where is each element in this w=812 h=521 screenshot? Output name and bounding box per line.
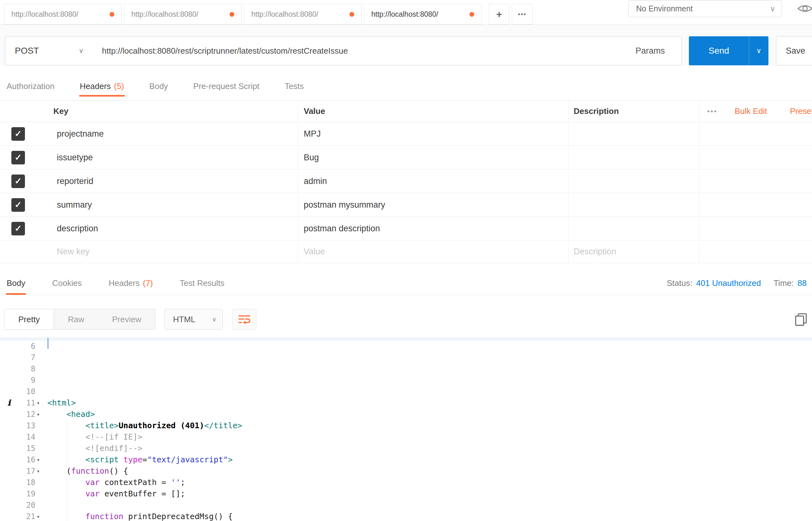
- line-number: 21: [0, 511, 35, 521]
- check-icon: ✓: [15, 201, 22, 209]
- response-tab-body[interactable]: Body: [7, 271, 25, 295]
- row-checkbox[interactable]: ✓: [12, 151, 25, 164]
- code-line[interactable]: 9: [0, 375, 812, 386]
- code-line[interactable]: 12▾ <head>: [0, 409, 812, 420]
- row-value-cell[interactable]: MPJ: [304, 122, 321, 145]
- code-text: <html>: [47, 397, 76, 409]
- view-mode-preview[interactable]: Preview: [98, 309, 155, 330]
- row-key-cell[interactable]: description: [57, 217, 98, 240]
- code-line[interactable]: 6: [0, 340, 812, 352]
- row-checkbox[interactable]: ✓: [12, 175, 25, 188]
- more-options-icon[interactable]: •••: [707, 101, 717, 122]
- tab-label: Headers: [109, 278, 139, 288]
- browser-tab-label: http://localhost:8080/: [251, 10, 318, 19]
- indent-guide: [67, 420, 67, 521]
- code-lines: 567891011ℹ▾<html>12▾ <head>13 <title>Una…: [0, 338, 812, 521]
- line-number: 15: [0, 443, 35, 454]
- request-tab-authorization[interactable]: Authorization: [7, 76, 54, 96]
- response-body-editor[interactable]: 567891011ℹ▾<html>12▾ <head>13 <title>Una…: [0, 338, 812, 521]
- row-checkbox[interactable]: ✓: [12, 198, 25, 212]
- request-tab-tests[interactable]: Tests: [285, 76, 304, 96]
- language-select[interactable]: HTML ∨: [164, 309, 223, 330]
- line-number: 20: [0, 500, 35, 511]
- code-line[interactable]: 5: [0, 338, 812, 340]
- row-value-cell[interactable]: postman mysummary: [304, 193, 385, 217]
- info-icon: ℹ: [7, 397, 11, 409]
- tab-label: Headers: [80, 82, 111, 91]
- environment-selector[interactable]: No Environment ∨: [628, 0, 782, 17]
- code-line[interactable]: 7: [0, 352, 812, 363]
- response-tab-test-results[interactable]: Test Results: [180, 271, 224, 295]
- browser-tab[interactable]: http://localhost:8080/: [244, 4, 361, 25]
- row-checkbox[interactable]: ✓: [12, 127, 25, 141]
- code-line[interactable]: 21▾ function printDeprecatedMsg() {: [0, 511, 812, 521]
- view-mode-raw[interactable]: Raw: [54, 309, 98, 330]
- row-key-cell[interactable]: reporterid: [57, 169, 93, 193]
- params-button[interactable]: Params: [619, 36, 682, 65]
- chevron-down-icon[interactable]: ∨: [749, 36, 768, 65]
- request-tab-body[interactable]: Body: [149, 76, 168, 96]
- row-key-cell[interactable]: summary: [57, 193, 92, 217]
- tab-count: (7): [143, 278, 153, 288]
- fold-arrow-icon[interactable]: ▾: [37, 409, 40, 420]
- code-line[interactable]: 18 var contextPath = '';: [0, 477, 812, 488]
- environment-quicklook-button[interactable]: [797, 1, 812, 17]
- column-divider: [298, 100, 298, 263]
- fold-arrow-icon[interactable]: ▾: [37, 454, 40, 466]
- table-row: ✓summarypostman mysummary: [0, 193, 812, 217]
- new-tab-button[interactable]: +: [489, 4, 509, 25]
- send-label: Send: [689, 36, 749, 65]
- code-line[interactable]: 19 var eventBuffer = [];: [0, 488, 812, 500]
- copy-response-button[interactable]: [793, 311, 809, 327]
- view-mode-pretty[interactable]: Pretty: [4, 309, 54, 330]
- tab-label: Body: [7, 278, 25, 288]
- code-line[interactable]: 15 <![endif]-->: [0, 443, 812, 454]
- browser-tab-label: http://localhost:8080/: [371, 10, 438, 19]
- method-select[interactable]: POST ∨: [5, 36, 91, 65]
- row-value-cell[interactable]: Bug: [304, 146, 319, 169]
- row-value-cell[interactable]: postman description: [304, 217, 380, 240]
- code-line[interactable]: 16▾ <script type="text/javascript">: [0, 454, 812, 466]
- code-line[interactable]: 17▾ (function() {: [0, 466, 812, 477]
- new-key-input[interactable]: New key: [57, 241, 90, 263]
- tab-label: Test Results: [180, 278, 224, 288]
- code-line[interactable]: 13 <title>Unauthorized (401)</title>: [0, 420, 812, 431]
- fold-arrow-icon[interactable]: ▾: [37, 511, 40, 521]
- code-line[interactable]: 11ℹ▾<html>: [0, 397, 812, 409]
- column-divider: [569, 100, 569, 263]
- code-text: var contextPath = '';: [47, 477, 185, 488]
- send-button[interactable]: Send ∨: [689, 36, 768, 65]
- new-description-input[interactable]: Description: [574, 241, 616, 263]
- table-row: ✓descriptionpostman description: [0, 217, 812, 241]
- row-checkbox[interactable]: ✓: [12, 222, 25, 235]
- line-number: 16: [0, 454, 35, 466]
- code-line[interactable]: 10: [0, 386, 812, 397]
- response-tab-headers[interactable]: Headers(7): [109, 271, 153, 295]
- code-text: <![endif]-->: [47, 443, 142, 454]
- check-icon: ✓: [15, 224, 22, 233]
- wrap-lines-button[interactable]: [232, 309, 256, 330]
- request-tab-headers[interactable]: Headers(5): [80, 76, 124, 96]
- bulk-edit-link[interactable]: Bulk Edit: [734, 101, 767, 122]
- url-input[interactable]: [91, 36, 619, 65]
- row-key-cell[interactable]: projectname: [57, 122, 104, 145]
- tab-label: Authorization: [7, 82, 54, 91]
- code-line[interactable]: 14 <!--[if IE]>: [0, 431, 812, 443]
- browser-tab[interactable]: http://localhost:8080/: [124, 4, 242, 25]
- more-tabs-button[interactable]: •••: [512, 4, 533, 25]
- fold-arrow-icon[interactable]: ▾: [37, 466, 40, 477]
- new-value-input[interactable]: Value: [304, 241, 325, 263]
- language-label: HTML: [173, 315, 195, 324]
- row-value-cell[interactable]: admin: [304, 169, 327, 193]
- request-tab-pre-request-script[interactable]: Pre-request Script: [193, 76, 260, 96]
- row-key-cell[interactable]: issuetype: [57, 146, 93, 169]
- fold-arrow-icon[interactable]: ▾: [37, 397, 40, 409]
- response-tab-cookies[interactable]: Cookies: [52, 271, 82, 295]
- save-button[interactable]: Save: [776, 36, 812, 65]
- code-line[interactable]: 8: [0, 363, 812, 375]
- presets-link[interactable]: Presets: [790, 101, 812, 122]
- code-line[interactable]: 20: [0, 500, 812, 511]
- browser-tab[interactable]: http://localhost:8080/: [364, 4, 481, 25]
- browser-tab[interactable]: http://localhost:8080/: [4, 4, 122, 25]
- code-text: <head>: [47, 409, 95, 420]
